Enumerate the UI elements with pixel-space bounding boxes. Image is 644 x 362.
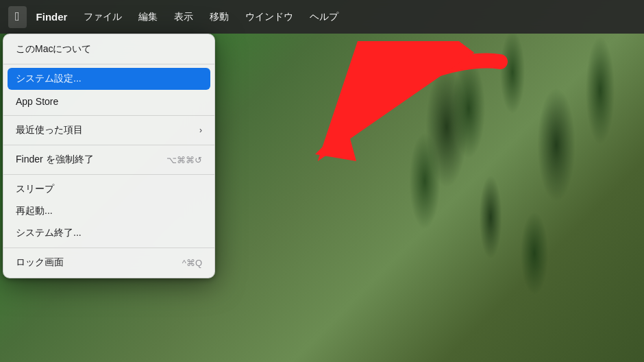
menubar-help[interactable]: ヘルプ [303, 6, 345, 28]
menu-system-preferences[interactable]: システム設定... [8, 68, 210, 90]
menu-restart[interactable]: 再起動... [3, 200, 214, 222]
menu-lock-screen[interactable]: ロック画面 ^⌘Q [3, 252, 214, 274]
menu-sleep[interactable]: スリープ [3, 178, 214, 200]
apple-dropdown-menu: このMacについて システム設定... App Store 最近使った項目 › … [3, 34, 215, 278]
menu-divider-2 [3, 115, 214, 116]
menubar-edit[interactable]: 編集 [132, 6, 164, 28]
menu-about-mac[interactable]: このMacについて [3, 38, 214, 60]
menu-app-store[interactable]: App Store [3, 91, 214, 112]
tree-texture [206, 0, 644, 362]
menubar-finder[interactable]: Finder [29, 6, 75, 28]
menubar-window[interactable]: ウインドウ [238, 6, 300, 28]
apple-menu-trigger[interactable]:  [8, 6, 27, 28]
menubar-view[interactable]: 表示 [167, 6, 200, 28]
force-quit-shortcut: ⌥⌘⌘↺ [166, 155, 202, 165]
menubar-file[interactable]: ファイル [77, 6, 129, 28]
menu-divider-3 [3, 145, 214, 145]
menu-shutdown[interactable]: システム終了... [3, 222, 214, 244]
menu-divider-4 [3, 174, 214, 175]
submenu-chevron: › [199, 125, 202, 135]
menu-recent-items[interactable]: 最近使った項目 › [3, 119, 214, 141]
lock-screen-shortcut: ^⌘Q [182, 258, 202, 268]
menubar-go[interactable]: 移動 [203, 6, 236, 28]
menu-divider-5 [3, 248, 214, 248]
menubar:  Finder ファイル 編集 表示 移動 ウインドウ ヘルプ [0, 0, 644, 34]
menu-divider-1 [3, 64, 214, 64]
menu-force-quit[interactable]: Finder を強制終了 ⌥⌘⌘↺ [3, 149, 214, 171]
